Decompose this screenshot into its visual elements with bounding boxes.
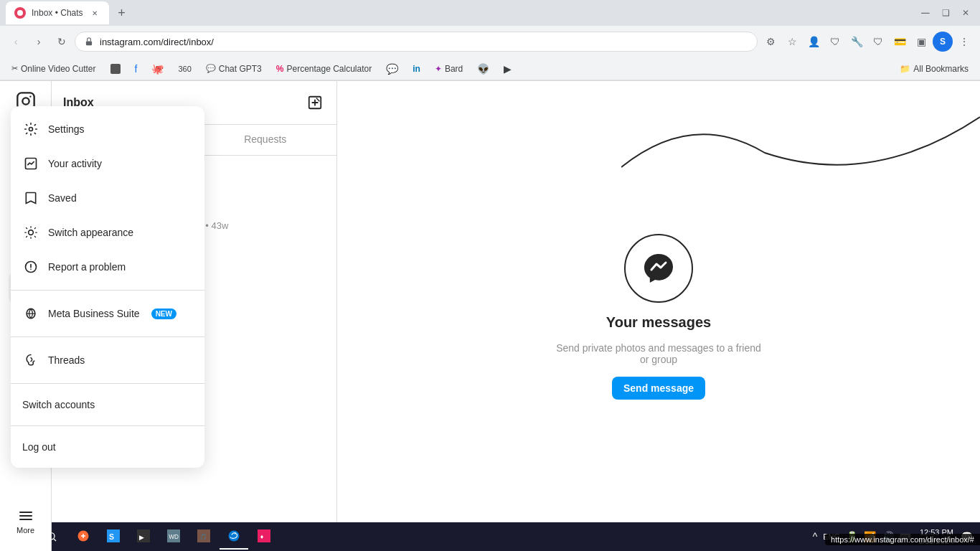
svg-point-22 xyxy=(30,269,32,270)
wallet-button[interactable]: 💳 xyxy=(890,32,910,52)
taskbar-apps: S ▶ WD 🎵 xyxy=(69,524,278,550)
threads-icon xyxy=(22,352,39,369)
menu-item-saved[interactable]: Saved xyxy=(11,181,204,215)
bookmark-star-button[interactable]: ☆ xyxy=(782,32,802,52)
reload-button[interactable]: ↻ xyxy=(52,32,72,52)
menu-item-switch-accounts[interactable]: Switch accounts xyxy=(11,390,204,420)
svg-text:▶: ▶ xyxy=(139,534,144,541)
saved-icon xyxy=(22,189,39,207)
report-icon xyxy=(22,258,39,276)
active-tab[interactable]: Inbox • Chats ✕ xyxy=(6,1,109,24)
bookmark-favicon1[interactable] xyxy=(105,62,126,75)
send-message-button[interactable]: Send message xyxy=(612,377,705,400)
saved-label: Saved xyxy=(48,192,77,204)
taskbar-app-1[interactable] xyxy=(69,524,98,550)
bookmark-extra[interactable]: ▶ xyxy=(498,62,517,76)
back-button[interactable]: ‹ xyxy=(6,32,26,52)
forward-button[interactable]: › xyxy=(29,32,49,52)
more-menu-button[interactable]: More xyxy=(9,501,43,540)
tab-favicon xyxy=(14,7,26,19)
switch-accounts-label: Switch accounts xyxy=(22,399,95,410)
new-chat-button[interactable] xyxy=(305,93,325,113)
more-label: More xyxy=(17,526,34,534)
dropdown-menu: Settings Your activity Saved Switch appe… xyxy=(11,106,204,468)
close-window-button[interactable]: ✕ xyxy=(957,4,974,22)
bookmark-bard[interactable]: ✦ Bard xyxy=(429,62,468,75)
menu-divider-4 xyxy=(11,425,204,426)
menu-item-switch-appearance[interactable]: Switch appearance xyxy=(11,215,204,250)
bookmark-reddit[interactable]: 👽 xyxy=(471,62,495,76)
tab-title: Inbox • Chats xyxy=(32,8,83,18)
settings-icon xyxy=(22,121,39,138)
nav-bar: ‹ › ↻ instagram.com/direct/inbox/ ⚙ ☆ 👤 … xyxy=(0,26,980,57)
tab-requests[interactable]: Requests xyxy=(194,125,337,155)
hamburger-icon xyxy=(17,507,34,524)
puzzle-button[interactable]: 🔧 xyxy=(847,32,867,52)
menu-item-your-activity[interactable]: Your activity xyxy=(11,146,204,181)
bookmark-github[interactable]: 🐙 xyxy=(146,62,169,76)
menu-item-report-problem[interactable]: Report a problem xyxy=(11,250,204,284)
new-tab-button[interactable]: + xyxy=(112,3,132,23)
chevron-up-icon[interactable]: ^ xyxy=(811,531,819,542)
svg-point-17 xyxy=(29,128,33,131)
svg-point-3 xyxy=(29,95,31,97)
menu-item-log-out[interactable]: Log out xyxy=(11,432,204,462)
address-bar[interactable]: instagram.com/direct/inbox/ xyxy=(75,32,758,52)
taskbar-app-4[interactable]: WD xyxy=(159,524,188,550)
meta-icon xyxy=(22,305,39,322)
svg-rect-0 xyxy=(86,41,92,45)
bookmark-facebook[interactable]: f xyxy=(129,62,143,76)
menu-divider-2 xyxy=(11,336,204,337)
meta-business-label: Meta Business Suite xyxy=(48,308,140,319)
sidepanel-button[interactable]: ▣ xyxy=(911,32,931,52)
messages-subtitle: Send private photos and messages to a fr… xyxy=(551,342,766,365)
svg-point-37 xyxy=(229,531,240,542)
activity-icon xyxy=(22,155,39,172)
messages-title: Your messages xyxy=(606,314,711,331)
extensions-button[interactable]: ⚙ xyxy=(760,32,781,52)
restore-button[interactable]: ❑ xyxy=(937,4,954,22)
menu-item-settings[interactable]: Settings xyxy=(11,112,204,146)
appearance-icon xyxy=(22,224,39,241)
bookmark-linkedin[interactable]: in xyxy=(407,62,426,75)
bookmark-chatgpt[interactable]: 💬 Chat GPT3 xyxy=(200,62,268,75)
ublock-button[interactable]: 🛡 xyxy=(825,32,845,52)
nav-actions: ⚙ ☆ 👤 🛡 🔧 🛡 💳 ▣ S ⋮ xyxy=(760,32,974,52)
all-bookmarks-folder[interactable]: 📁 All Bookmarks xyxy=(894,62,974,75)
menu-button[interactable]: ⋮ xyxy=(954,32,974,52)
shield-button[interactable]: 🛡 xyxy=(868,32,888,52)
bookmark-whatsapp[interactable]: 💬 xyxy=(380,62,404,76)
taskbar-app-3[interactable]: ▶ xyxy=(129,524,158,550)
svg-point-19 xyxy=(29,230,34,235)
sidebar-bottom: More xyxy=(9,501,43,540)
svg-text:🎵: 🎵 xyxy=(199,533,207,541)
lock-icon xyxy=(84,37,94,47)
taskbar-app-2[interactable]: S xyxy=(99,524,128,550)
log-out-label: Log out xyxy=(22,441,56,453)
bookmark-video-cutter[interactable]: ✂ Online Video Cutter xyxy=(6,62,102,75)
bookmarks-bar: ✂ Online Video Cutter f 🐙 360 💬 Chat GPT… xyxy=(0,57,980,80)
bookmark-percentage[interactable]: % Percentage Calculator xyxy=(270,62,377,75)
profile-button[interactable]: 👤 xyxy=(804,32,824,52)
taskbar-app-5[interactable]: 🎵 xyxy=(189,524,218,550)
appearance-label: Switch appearance xyxy=(48,227,133,238)
taskbar-app-7[interactable]: ♦ xyxy=(250,524,278,550)
taskbar-app-edge[interactable] xyxy=(220,524,248,550)
tab-close-button[interactable]: ✕ xyxy=(89,7,100,19)
menu-divider-1 xyxy=(11,290,204,291)
minimize-button[interactable]: ─ xyxy=(917,4,934,22)
svg-text:WD: WD xyxy=(169,534,179,540)
svg-point-2 xyxy=(22,98,29,104)
bookmark-360[interactable]: 360 xyxy=(172,63,197,75)
messenger-icon xyxy=(641,251,676,286)
svg-rect-38 xyxy=(258,529,270,542)
user-circle-button[interactable]: S xyxy=(933,32,953,52)
new-badge: NEW xyxy=(151,309,176,319)
menu-item-threads[interactable]: Threads xyxy=(11,343,204,377)
messages-icon-container xyxy=(624,234,693,303)
browser-chrome: Inbox • Chats ✕ + ─ ❑ ✕ ‹ › ↻ instagram.… xyxy=(0,0,980,81)
address-url[interactable]: instagram.com/direct/inbox/ xyxy=(100,37,748,47)
menu-item-meta-business[interactable]: Meta Business Suite NEW xyxy=(11,296,204,331)
main-content-area: Your messages Send private photos and me… xyxy=(337,81,980,551)
threads-label: Threads xyxy=(48,354,85,366)
